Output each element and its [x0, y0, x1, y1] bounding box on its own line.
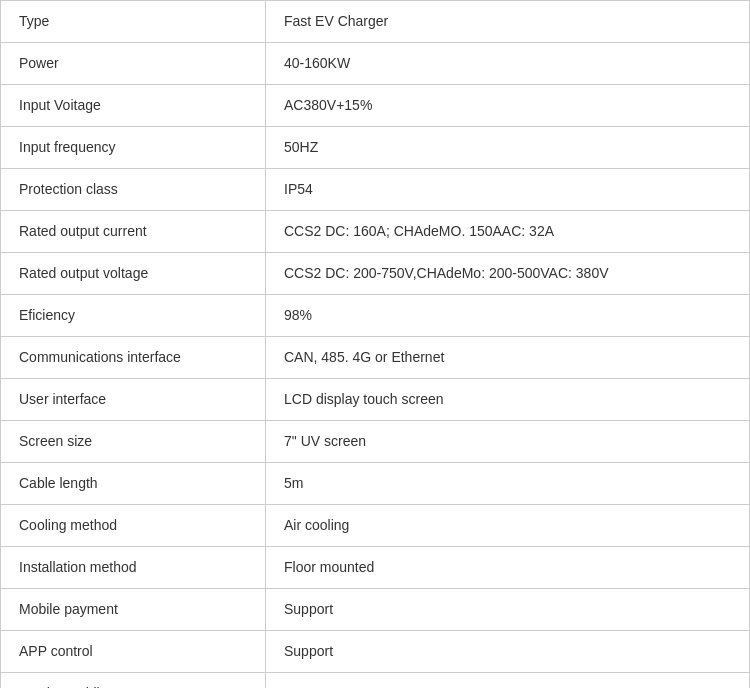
table-row: Cable length5m: [1, 463, 750, 505]
spec-value: Support: [266, 589, 750, 631]
table-row: Rated output voltageCCS2 DC: 200-750V,CH…: [1, 253, 750, 295]
table-row: Eficiency98%: [1, 295, 750, 337]
spec-label: Wechat public: [1, 673, 266, 689]
table-row: Rated output currentCCS2 DC: 160A; CHAde…: [1, 211, 750, 253]
table-row: TypeFast EV Charger: [1, 1, 750, 43]
spec-value: CCS2 DC: 160A; CHAdeMO. 150AAC: 32A: [266, 211, 750, 253]
table-row: Cooling methodAir cooling: [1, 505, 750, 547]
spec-label: Communications interface: [1, 337, 266, 379]
spec-label: Type: [1, 1, 266, 43]
spec-label: Protection class: [1, 169, 266, 211]
spec-value: Air cooling: [266, 505, 750, 547]
spec-label: Power: [1, 43, 266, 85]
spec-label: Rated output voltage: [1, 253, 266, 295]
spec-value: CCS2 DC: 200-750V,CHAdeMo: 200-500VAC: 3…: [266, 253, 750, 295]
spec-label: APP control: [1, 631, 266, 673]
spec-value: 5m: [266, 463, 750, 505]
spec-value: 98%: [266, 295, 750, 337]
table-row: Communications interfaceCAN, 485. 4G or …: [1, 337, 750, 379]
table-row: Input VoitageAC380V+15%: [1, 85, 750, 127]
spec-label: Mobile payment: [1, 589, 266, 631]
spec-value: 40-160KW: [266, 43, 750, 85]
spec-value: IP54: [266, 169, 750, 211]
spec-value: Fast EV Charger: [266, 1, 750, 43]
table-row: Protection classIP54: [1, 169, 750, 211]
table-row: Mobile paymentSupport: [1, 589, 750, 631]
table-row: Input frequency50HZ: [1, 127, 750, 169]
spec-label: User interface: [1, 379, 266, 421]
spec-label: Input Voitage: [1, 85, 266, 127]
spec-value: AC380V+15%: [266, 85, 750, 127]
spec-value: LCD display touch screen: [266, 379, 750, 421]
table-row: APP controlSupport: [1, 631, 750, 673]
table-row: User interfaceLCD display touch screen: [1, 379, 750, 421]
spec-value: Floor mounted: [266, 547, 750, 589]
spec-value: 50HZ: [266, 127, 750, 169]
spec-label: Cable length: [1, 463, 266, 505]
table-row: Installation methodFloor mounted: [1, 547, 750, 589]
spec-value: 7" UV screen: [266, 421, 750, 463]
table-row: Screen size7" UV screen: [1, 421, 750, 463]
table-row: Power40-160KW: [1, 43, 750, 85]
specs-table: TypeFast EV ChargerPower40-160KWInput Vo…: [0, 0, 750, 688]
spec-label: Installation method: [1, 547, 266, 589]
spec-value: CAN, 485. 4G or Ethernet: [266, 337, 750, 379]
spec-label: Cooling method: [1, 505, 266, 547]
spec-label: Eficiency: [1, 295, 266, 337]
spec-label: Rated output current: [1, 211, 266, 253]
table-row: Wechat publicSupport: [1, 673, 750, 689]
spec-value: Support: [266, 673, 750, 689]
spec-label: Input frequency: [1, 127, 266, 169]
spec-value: Support: [266, 631, 750, 673]
spec-label: Screen size: [1, 421, 266, 463]
